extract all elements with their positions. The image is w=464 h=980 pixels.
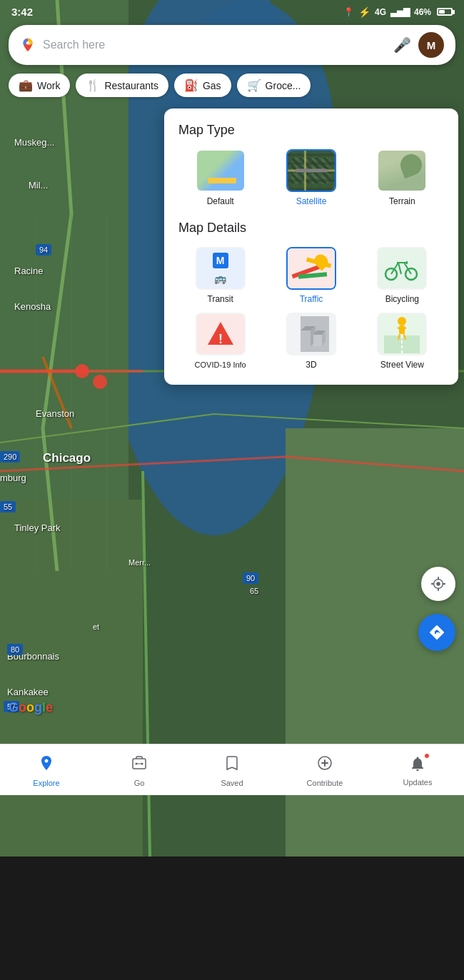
map-detail-covid-thumb: ! xyxy=(196,313,246,355)
map-detail-covid[interactable]: ! COVID-19 Info xyxy=(178,313,262,371)
filter-chips-row: 💼 Work 🍴 Restaurants ⛽ Gas 🛒 Groce... xyxy=(0,69,464,101)
bottom-navigation: Explore Go Saved Contribute Updates xyxy=(0,744,464,795)
grocery-icon: 🛒 xyxy=(247,79,261,92)
google-maps-icon xyxy=(20,37,36,53)
bluetooth-icon: ⚡ xyxy=(358,6,370,18)
map-label-kenosha: Kenosha xyxy=(14,301,51,312)
map-type-terrain-label: Terrain xyxy=(389,196,415,206)
map-detail-traffic-label: Traffic xyxy=(300,294,323,305)
svg-line-13 xyxy=(398,263,401,274)
map-type-satellite-thumb xyxy=(286,149,336,192)
status-bar: 3:42 📍 ⚡ 4G ▃▅▇ 46% xyxy=(0,0,464,21)
contribute-icon xyxy=(316,754,333,776)
map-label-chicago: Chicago xyxy=(43,451,91,465)
map-label-mburg: mburg xyxy=(0,473,26,483)
chip-work-label: Work xyxy=(37,80,60,91)
mic-icon[interactable]: 🎤 xyxy=(393,36,411,54)
chip-restaurants-label: Restaurants xyxy=(104,80,158,91)
user-avatar[interactable]: M xyxy=(418,32,444,58)
chip-work[interactable]: 💼 Work xyxy=(9,74,70,97)
nav-go[interactable]: Go xyxy=(93,754,186,787)
highway-80-label: 80 xyxy=(7,644,23,655)
nav-saved[interactable]: Saved xyxy=(186,754,278,787)
map-type-title: Map Type xyxy=(178,123,444,138)
svg-point-10 xyxy=(26,41,30,45)
signal-label: 4G xyxy=(375,7,386,17)
time-display: 3:42 xyxy=(11,6,33,18)
svg-text:!: ! xyxy=(218,332,223,346)
location-icon: 📍 xyxy=(343,7,354,17)
map-detail-3d[interactable]: 3D xyxy=(269,313,353,371)
svg-rect-20 xyxy=(301,330,311,346)
chip-grocery-label: Groce... xyxy=(266,80,301,91)
map-type-default[interactable]: Default xyxy=(178,149,262,206)
map-details-grid: M 🚌 Transit xyxy=(178,247,444,370)
nav-go-label: Go xyxy=(134,779,145,787)
highway-90-label: 90 xyxy=(243,572,258,584)
map-type-satellite[interactable]: Satellite xyxy=(269,149,353,206)
map-panel: Map Type Default xyxy=(164,108,458,385)
map-type-default-label: Default xyxy=(207,196,234,206)
map-label-et: et xyxy=(93,622,99,631)
map-area: Muskeg... No... Mil... Racine Kenosha Ev… xyxy=(0,101,464,744)
map-details-title: Map Details xyxy=(178,221,444,236)
go-icon xyxy=(131,754,148,776)
nav-explore-label: Explore xyxy=(33,779,59,787)
nav-explore[interactable]: Explore xyxy=(0,754,93,787)
map-type-terrain-thumb xyxy=(377,149,427,192)
search-bar-container: Search here 🎤 M xyxy=(0,21,464,69)
map-label-merr: Merr... xyxy=(128,558,151,567)
map-detail-3d-label: 3D xyxy=(306,360,316,371)
chip-grocery[interactable]: 🛒 Groce... xyxy=(237,74,311,97)
navigation-button[interactable] xyxy=(418,614,455,651)
chip-gas[interactable]: ⛽ Gas xyxy=(174,74,231,97)
updates-icon xyxy=(409,755,426,772)
highway-55-label: 55 xyxy=(0,501,16,512)
work-icon: 💼 xyxy=(19,79,33,92)
map-detail-transit-thumb: M 🚌 xyxy=(196,247,246,290)
location-button[interactable] xyxy=(421,567,455,601)
svg-point-34 xyxy=(436,582,440,586)
map-type-default-thumb xyxy=(196,149,246,192)
restaurants-icon: 🍴 xyxy=(86,79,100,92)
map-label-65: 65 xyxy=(250,587,258,595)
map-detail-traffic[interactable]: Traffic xyxy=(269,247,353,305)
map-detail-bicycling-thumb xyxy=(377,247,427,290)
status-icons: 📍 ⚡ 4G ▃▅▇ 46% xyxy=(343,6,453,18)
map-detail-bicycling-label: Bicycling xyxy=(385,294,419,305)
location-center-icon xyxy=(430,576,446,592)
map-detail-traffic-thumb xyxy=(286,247,336,290)
search-bar[interactable]: Search here 🎤 M xyxy=(9,25,455,65)
chip-restaurants[interactable]: 🍴 Restaurants xyxy=(76,74,168,97)
search-placeholder[interactable]: Search here xyxy=(43,39,386,51)
nav-contribute[interactable]: Contribute xyxy=(278,754,371,787)
map-detail-transit-label: Transit xyxy=(208,294,233,305)
svg-rect-23 xyxy=(313,335,322,346)
highway-94-label: 94 xyxy=(36,244,51,256)
map-detail-streetview-thumb xyxy=(377,313,427,355)
saved-icon xyxy=(223,754,241,776)
nav-updates[interactable]: Updates xyxy=(371,755,464,787)
map-detail-streetview-label: Street View xyxy=(380,360,424,371)
directions-icon xyxy=(428,624,445,641)
updates-badge-container xyxy=(409,755,426,775)
google-watermark: Google xyxy=(9,700,53,715)
signal-bars-icon: ▃▅▇ xyxy=(390,7,410,17)
map-label-tinleypark: Tinley Park xyxy=(14,522,61,533)
map-label-kankakee: Kankakee xyxy=(7,687,49,697)
map-label-mil: Mil... xyxy=(29,180,48,191)
map-type-terrain[interactable]: Terrain xyxy=(360,149,444,206)
svg-point-28 xyxy=(398,317,406,325)
map-detail-transit[interactable]: M 🚌 Transit xyxy=(178,247,262,305)
map-label-evanston: Evanston xyxy=(36,408,74,419)
map-detail-streetview[interactable]: Street View xyxy=(360,313,444,371)
map-detail-bicycling[interactable]: Bicycling xyxy=(360,247,444,305)
battery-label: 46% xyxy=(414,7,431,17)
gas-icon: ⛽ xyxy=(184,79,198,92)
map-type-satellite-label: Satellite xyxy=(296,196,327,206)
map-type-grid: Default Satellite xyxy=(178,149,444,206)
map-detail-3d-thumb xyxy=(286,313,336,355)
updates-notification-dot xyxy=(424,753,430,759)
explore-icon xyxy=(38,754,55,776)
map-detail-covid-label: COVID-19 Info xyxy=(195,360,246,370)
